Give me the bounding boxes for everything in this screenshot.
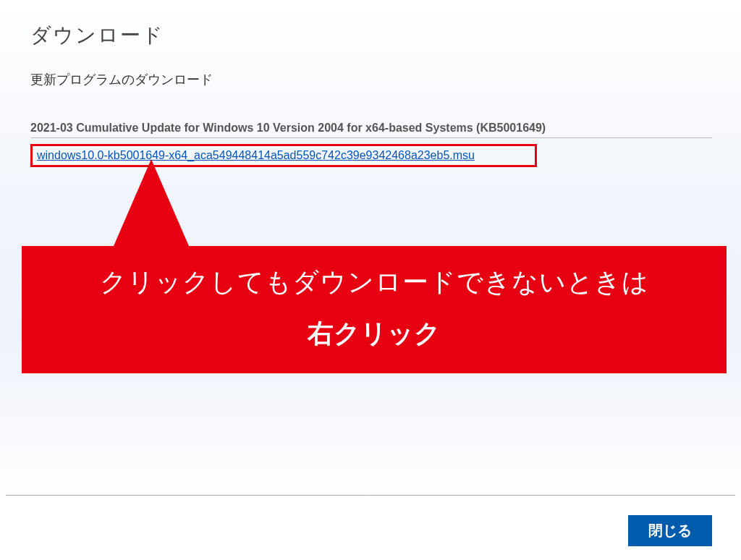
- close-button[interactable]: 閉じる: [628, 515, 712, 546]
- page-subtitle: 更新プログラムのダウンロード: [30, 71, 712, 88]
- callout-text-line2: 右クリック: [29, 316, 719, 352]
- page-title: ダウンロード: [30, 22, 712, 49]
- callout-text-line1: クリックしてもダウンロードできないときは: [29, 265, 719, 300]
- callout-annotation: クリックしてもダウンロードできないときは 右クリック: [22, 246, 727, 373]
- download-link-highlight: windows10.0-kb5001649-x64_aca549448414a5…: [30, 144, 537, 167]
- update-name: 2021-03 Cumulative Update for Windows 10…: [30, 122, 712, 135]
- divider: [30, 137, 712, 138]
- download-link[interactable]: windows10.0-kb5001649-x64_aca549448414a5…: [37, 149, 475, 161]
- callout-pointer-icon: [114, 159, 189, 246]
- callout-box: クリックしてもダウンロードできないときは 右クリック: [22, 246, 727, 373]
- footer-divider: [6, 495, 735, 496]
